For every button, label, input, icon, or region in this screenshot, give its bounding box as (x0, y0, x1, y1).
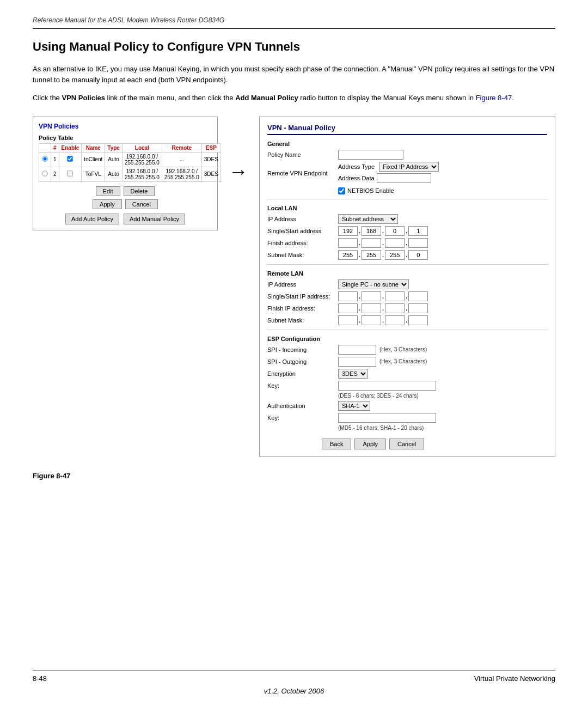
address-type-label: Address Type (338, 163, 375, 170)
remote-finish-2[interactable] (362, 303, 381, 313)
local-single-start-label: Single/Start address: (267, 228, 338, 234)
remote-subnet-select[interactable]: Single PC - no subnet (338, 279, 409, 289)
row2-num: 2 (51, 167, 59, 181)
spi-incoming-input[interactable] (338, 345, 376, 355)
encryption-key-label: Key: (267, 382, 338, 389)
row2-name: ToFVL (82, 167, 105, 181)
remote-ip-1[interactable] (338, 291, 358, 301)
bottom-buttons-row: Back Apply Cancel (267, 439, 547, 449)
spi-outgoing-label: SPI - Outgoing (267, 358, 338, 365)
page-title: Using Manual Policy to Configure VPN Tun… (33, 40, 555, 54)
local-finish-1[interactable] (338, 238, 358, 248)
edit-button[interactable]: Edit (96, 186, 120, 196)
local-mask-3[interactable] (385, 250, 405, 260)
local-mask-2[interactable] (362, 250, 381, 260)
remote-single-start-label: Single/Start IP address: (267, 293, 338, 300)
spi-incoming-hint: (Hex, 3 Characters) (379, 346, 427, 352)
rdot2: . (382, 293, 384, 300)
cancel-button[interactable]: Cancel (389, 439, 424, 449)
apply-button[interactable]: Apply (354, 439, 386, 449)
add-manual-policy-button[interactable]: Add Manual Policy (124, 214, 185, 224)
local-ip-1[interactable] (338, 226, 358, 236)
local-subnet-select[interactable]: Subnet address (338, 214, 398, 224)
authentication-select[interactable]: SHA-1 (338, 401, 370, 411)
remote-lan-label: Remote LAN (267, 270, 547, 277)
delete-button[interactable]: Delete (124, 186, 155, 196)
col-header-enable: Enable (59, 143, 82, 152)
row2-radio[interactable] (42, 171, 47, 176)
authentication-label: Authentication (267, 403, 338, 409)
address-type-row: Address Type Fixed IP Address (338, 162, 439, 172)
netbios-row: NETBIOS Enable (267, 187, 547, 194)
dot4: . (359, 240, 360, 246)
arrow-symbol: → (229, 117, 248, 183)
policy-table: # Enable Name Type Local Remote ESP 1 (39, 143, 221, 182)
add-auto-policy-button[interactable]: Add Auto Policy (65, 214, 119, 224)
local-single-start-row: Single/Start address: . . . (267, 226, 547, 236)
local-ip-3[interactable] (385, 226, 405, 236)
figures-area: VPN Policies Policy Table # Enable Name … (33, 117, 555, 457)
policy-name-row: Policy Name (267, 150, 547, 160)
rdot6: . (406, 305, 407, 312)
netbios-label: NETBIOS Enable (347, 187, 394, 194)
local-lan-label: Local LAN (267, 205, 547, 211)
remote-single-start-row: Single/Start IP address: . . . (267, 291, 547, 301)
remote-ip-4[interactable] (408, 291, 428, 301)
local-ip-label: IP Address (267, 216, 338, 222)
figure-caption: Figure 8-47 (33, 472, 555, 480)
figure-link[interactable]: Figure 8-47 (476, 94, 512, 102)
local-finish-row: Finish address: . . . (267, 238, 547, 248)
local-finish-2[interactable] (362, 238, 381, 248)
rdot8: . (382, 317, 384, 324)
encryption-key-input[interactable] (338, 381, 436, 391)
row1-name: toClient (82, 152, 105, 167)
local-ip-4[interactable] (408, 226, 428, 236)
apply-cancel-row: Apply Cancel (39, 199, 212, 209)
remote-mask-1[interactable] (338, 315, 358, 325)
esp-config-label: ESP Configuration (267, 336, 547, 342)
rdot1: . (359, 293, 360, 300)
row2-enable[interactable] (68, 171, 73, 176)
remote-ip-2[interactable] (362, 291, 381, 301)
remote-mask-3[interactable] (385, 315, 405, 325)
footer: 8-48 Virtual Private Networking (33, 671, 555, 683)
spi-outgoing-input[interactable] (338, 357, 376, 367)
netbios-checkbox[interactable] (338, 187, 345, 194)
address-data-input[interactable] (377, 173, 431, 183)
remote-finish-4[interactable] (408, 303, 428, 313)
local-mask-1[interactable] (338, 250, 358, 260)
auth-key-input[interactable] (338, 413, 436, 423)
row1-enable[interactable] (68, 156, 73, 161)
remote-finish-1[interactable] (338, 303, 358, 313)
local-finish-4[interactable] (408, 238, 428, 248)
dot3: . (406, 228, 407, 234)
remote-mask-2[interactable] (362, 315, 381, 325)
remote-ip-3[interactable] (385, 291, 405, 301)
remote-finish-label: Finish IP address: (267, 305, 338, 312)
local-finish-3[interactable] (385, 238, 405, 248)
local-mask-group: . . . (338, 250, 428, 260)
cancel-button[interactable]: Cancel (125, 199, 158, 209)
encryption-label: Encryption (267, 370, 338, 377)
address-type-group: Address Type Fixed IP Address Address Da… (338, 162, 439, 185)
row2-type: Auto (105, 167, 122, 181)
edit-delete-row: Edit Delete (39, 186, 212, 196)
vpn-policies-title: VPN Policies (39, 123, 212, 130)
dot9: . (406, 252, 407, 258)
encryption-row: Encryption 3DES (267, 369, 547, 379)
remote-mask-4[interactable] (408, 315, 428, 325)
local-ip-2[interactable] (362, 226, 381, 236)
encryption-select[interactable]: 3DES (338, 369, 368, 379)
row2-local: 192.168.0.0 /255.255.255.0 (122, 167, 162, 181)
remote-finish-3[interactable] (385, 303, 405, 313)
apply-button[interactable]: Apply (93, 199, 122, 209)
back-button[interactable]: Back (322, 439, 351, 449)
rdot5: . (382, 305, 384, 312)
auth-key-hint-row: (MD5 - 16 chars; SHA-1 - 20 chars) (267, 425, 547, 431)
policy-name-input[interactable] (338, 150, 403, 160)
address-type-select[interactable]: Fixed IP Address (379, 162, 439, 172)
local-mask-4[interactable] (408, 250, 428, 260)
remote-ip-label-row: IP Address Single PC - no subnet (267, 279, 547, 289)
policy-name-label: Policy Name (267, 151, 338, 158)
row1-radio[interactable] (42, 156, 47, 161)
